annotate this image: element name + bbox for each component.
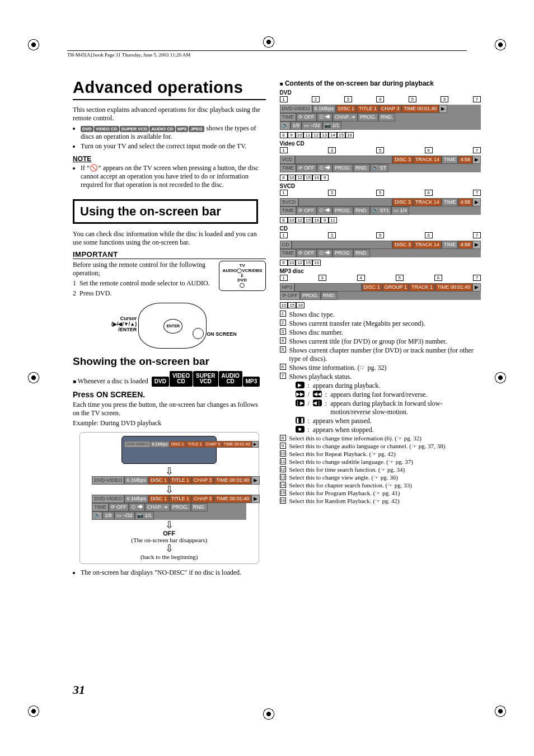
legend-num: 6 — [280, 364, 286, 370]
osbar: MP3DISC 1GROUP 1TRACK 1TIME 00:01:40▶⟳ O… — [280, 283, 481, 300]
callout-number: 12 — [312, 132, 320, 138]
badge-row-big: DVDVIDEOCDSUPERVCDAUDIOCDMP3 — [152, 377, 261, 385]
osbar-cell: TITLE 1 — [357, 105, 379, 113]
legend-row: 4Shows current title (for DVD) or group … — [280, 337, 481, 346]
status-icon-row: ❘▶ / ◀❘: appears during playback in forw… — [296, 400, 481, 416]
osbar-cell: TRACK 14 — [413, 156, 442, 164]
crop-mark — [25, 369, 42, 386]
osbar-cell: 🔊 ST — [370, 164, 388, 172]
osbar-cell: TIME 00:01:40 — [214, 476, 251, 485]
status-icon-row: ■: appears when stopped. — [296, 426, 481, 434]
arrow-down-icon: ⇩ — [83, 467, 255, 475]
legend-row: 1Shows disc type. — [280, 311, 481, 319]
osbar-cell: PROG. — [300, 292, 321, 300]
status-text: appears during playback in forward slow-… — [330, 400, 481, 416]
legend-text: Select this to change view angle. (☞ pg.… — [289, 474, 481, 481]
callout-number: 8 — [280, 260, 288, 266]
callout-number: 15 — [337, 132, 345, 138]
callout-number: 12 — [296, 260, 304, 266]
callout-number: 10 — [288, 260, 296, 266]
callout-number: 1 — [280, 232, 288, 238]
osbar-cell: PROG. — [332, 206, 353, 215]
osbar-cell: TITLE 1 — [169, 495, 191, 503]
callout-number: 12 — [296, 175, 304, 181]
press-body: Each time you press the button, the on-s… — [73, 401, 266, 417]
callout-number: 6 — [425, 190, 433, 196]
content-columns: Advanced operations This section explain… — [73, 78, 481, 578]
callout-number: 7 — [473, 147, 481, 153]
osbar-cell: DISC 3 — [392, 241, 413, 249]
crop-mark — [260, 706, 277, 722]
callout-number: 15 — [288, 302, 296, 308]
callout-number: 10 — [288, 175, 296, 181]
playback-status-icon: ❘▶ — [296, 400, 305, 406]
osbar-cell: MP3 — [280, 283, 295, 292]
osbar-cell: DISC 1 — [362, 283, 382, 292]
callout-number: 6 — [425, 147, 433, 153]
osbar-cell: TIME — [280, 164, 297, 172]
section-box: Using the on-screen bar — [73, 199, 258, 224]
intro-bullet-2: Turn on your TV and select the correct i… — [81, 142, 266, 151]
callout-number: 5 — [376, 190, 384, 196]
status-sep: : — [325, 400, 327, 408]
important-heading: IMPORTANT — [73, 250, 266, 259]
osbar-cell: ⟳ OFF — [109, 503, 129, 511]
osbar-cell: PROG. — [332, 249, 353, 257]
osbar-stage-1: DVD-VIDEO6.1MbpsDISC 1TITLE 1CHAP 3TIME … — [92, 476, 246, 485]
playback-status-icon: ▶▶ — [296, 391, 305, 397]
osbar-stage-2c: 🔊1/8▭ –/32📷 1/1 — [92, 511, 246, 520]
callout-number: 9 — [321, 217, 329, 223]
callout-number: 14 — [329, 132, 337, 138]
legend-text: Shows current chapter number (for DVD) o… — [289, 346, 481, 363]
legend-text: Select this to change time information (… — [289, 435, 481, 442]
osbar-cell: RND. — [191, 503, 208, 511]
osbar-cell: PROG. — [332, 164, 353, 172]
osbar-cell: 1/8 — [102, 511, 114, 520]
callout-number: 9 — [321, 175, 329, 181]
legend-row: 8Select this to change time information … — [280, 435, 481, 442]
osbar-cell: 4:58 — [458, 241, 472, 249]
callout-number: 8 — [280, 132, 288, 138]
section-label: CD — [280, 226, 481, 232]
status-icon-row: ▶: appears during playback. — [296, 382, 481, 390]
callout-number: 6 — [434, 275, 442, 281]
callout-number: 3 — [344, 96, 352, 102]
legend-num: 15 — [280, 490, 286, 496]
osbar-cell: TIME — [442, 241, 458, 249]
legend-text: Select this for chapter search function.… — [289, 482, 481, 489]
osbar-cell: DISC 1 — [336, 105, 357, 113]
press-heading: Press ON SCREEN. — [73, 390, 266, 399]
osbar-cell: TRACK 14 — [413, 241, 442, 249]
showing-heading: Showing the on-screen bar — [73, 355, 266, 368]
legend-text: Select this to change subtitle language.… — [289, 458, 481, 466]
callout-number: 15 — [304, 175, 312, 181]
osbar-cell: CHAP 3 — [204, 441, 222, 448]
disc-badge: JPEG — [189, 126, 204, 132]
playback-status-icon: ■ — [296, 426, 305, 433]
crop-mark — [492, 703, 509, 720]
legend-text: Shows playback status. — [289, 373, 481, 381]
selector-audio: AUDIO — [223, 269, 237, 274]
legend-text: Select this for Program Playback. (☞ pg.… — [289, 490, 481, 497]
legend-text: Shows time information. (☞ pg. 32) — [289, 364, 481, 372]
osbar-cell — [292, 241, 392, 249]
osbar-cell: 6.1Mbps — [151, 441, 170, 448]
osbar-cell: DVD-VIDEO — [92, 495, 124, 503]
osbar-cell: ⏲ ➜ — [129, 503, 145, 511]
callout-number: 4 — [357, 275, 365, 281]
osbar-cell: 6.1Mbps — [312, 105, 336, 113]
osbar-cell: ▶ — [472, 283, 481, 292]
page-title: Advanced operations — [73, 78, 266, 97]
osbar-cell: ⟳ OFF — [296, 249, 317, 257]
playback-status-icon: ◀◀ — [313, 391, 322, 397]
osbar-cell: TRACK 14 — [413, 198, 442, 206]
callout-number: 1 — [280, 190, 288, 196]
osbar-cell: TIME — [280, 206, 297, 215]
legend-num: 4 — [280, 337, 286, 344]
callout-number: 15 — [304, 217, 312, 223]
manual-page: TH-M45[A].book Page 31 Thursday, June 5,… — [0, 0, 534, 756]
osbar-cell: TIME — [92, 503, 109, 511]
section-label: Video CD — [280, 140, 481, 147]
disc-badge: VIDEO CD — [94, 126, 119, 132]
osbar-cell: TIME 00:01:40 — [222, 441, 252, 448]
